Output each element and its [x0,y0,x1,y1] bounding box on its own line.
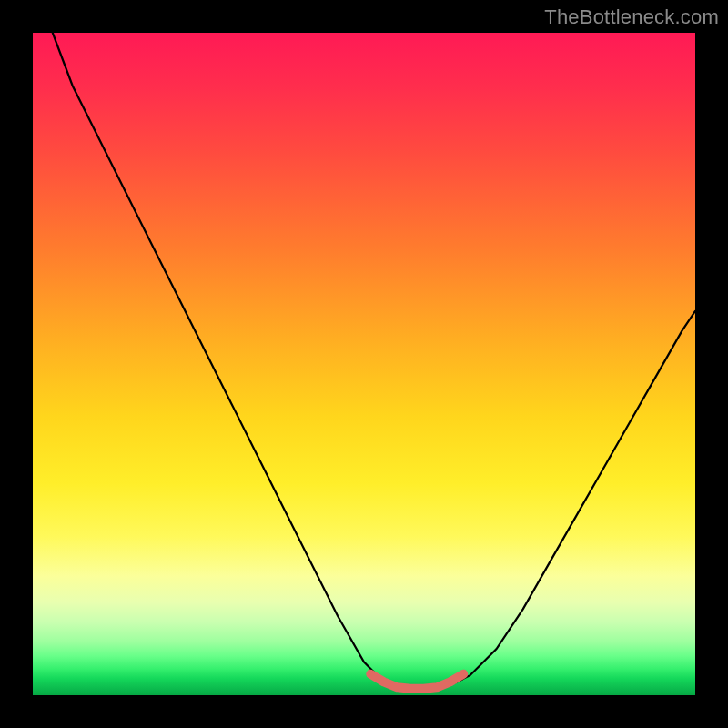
flat-bottom-marker [370,674,463,689]
plot-area [33,33,695,695]
bottleneck-curve [53,33,695,689]
chart-frame: TheBottleneck.com [0,0,728,728]
chart-svg [33,33,695,695]
watermark-text: TheBottleneck.com [544,5,719,29]
